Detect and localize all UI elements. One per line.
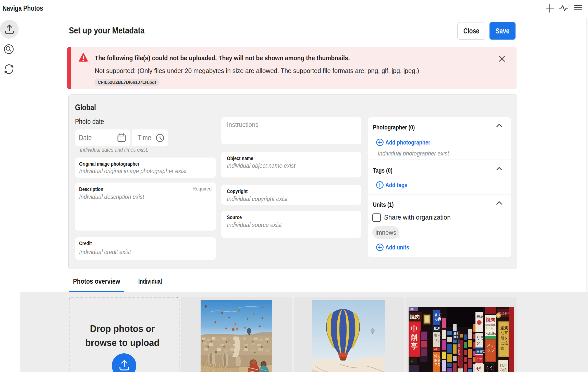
svg-text:桜島: 桜島 (476, 314, 484, 319)
svg-text:斛: 斛 (410, 333, 418, 341)
svg-text:響ゼ: 響ゼ (434, 333, 442, 338)
svg-text:リン: リン (434, 338, 442, 342)
svg-text:意: 意 (500, 346, 504, 350)
svg-text:ん: ん (486, 370, 489, 372)
svg-text:ステ: ステ (487, 343, 495, 347)
svg-text:殖国料場: 殖国料場 (485, 324, 496, 327)
svg-text:多質: 多質 (434, 358, 441, 362)
svg-text:おか: おか (499, 363, 507, 367)
svg-text:B1F: B1F (434, 327, 440, 330)
svg-text:焼肉: 焼肉 (409, 314, 420, 320)
svg-text:み焼: み焼 (499, 368, 507, 372)
svg-text:に注: に注 (500, 341, 508, 345)
svg-text:3F: 3F (410, 307, 414, 311)
svg-text:4F: 4F (434, 348, 437, 351)
svg-text:HUMAX: HUMAX (457, 344, 460, 355)
svg-text:らう: らう (486, 366, 493, 370)
svg-text:ク: ク (476, 341, 480, 345)
svg-text:ップ: ップ (487, 348, 495, 352)
svg-text:まぐ: まぐ (434, 312, 442, 317)
svg-text:ザ: ザ (476, 366, 481, 371)
svg-text:軍吾: 軍吾 (434, 362, 441, 366)
svg-text:KollaBo: KollaBo (485, 332, 496, 335)
svg-text:亭: 亭 (411, 342, 418, 350)
svg-text:恶質: 恶質 (500, 326, 508, 330)
svg-text:リラ: リラ (476, 336, 485, 340)
svg-text:引を: 引を (500, 336, 508, 340)
svg-text:F: F (411, 359, 413, 363)
svg-text:ろ商: ろ商 (434, 317, 442, 321)
svg-text:焼肉: 焼肉 (485, 317, 495, 322)
svg-text:中: 中 (411, 325, 418, 333)
svg-text:浮く: 浮く (434, 354, 441, 358)
svg-text:な寄: な寄 (500, 331, 508, 335)
